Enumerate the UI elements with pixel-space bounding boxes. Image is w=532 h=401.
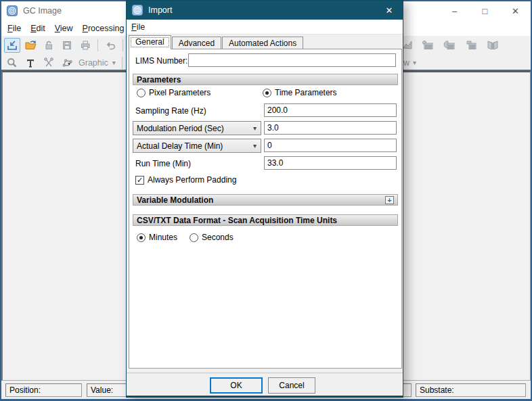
maximize-button[interactable]: □ [470, 1, 500, 20]
always-perform-padding-label: Always Perform Padding [148, 175, 236, 185]
status-position: Position: [5, 383, 82, 397]
modulation-period-label: Modulation Period (Sec) [137, 124, 224, 133]
cancel-button[interactable]: Cancel [268, 377, 315, 394]
table-open-icon[interactable] [441, 38, 458, 53]
lims-number-label: LIMS Number: [135, 56, 187, 66]
delete-blob-icon[interactable] [41, 55, 57, 70]
save-icon[interactable] [59, 38, 75, 53]
plus-icon: + [387, 197, 391, 204]
radio-selected-icon [137, 233, 146, 242]
sampling-rate-input[interactable] [264, 103, 397, 117]
import-dialog-icon [132, 5, 143, 16]
actual-delay-time-input[interactable] [264, 139, 397, 152]
import-dialog: Import ✕ File General Advanced Automated… [126, 0, 403, 398]
graphic-chevron-icon[interactable]: ▾ [112, 59, 116, 66]
status-substate: Substate: [416, 383, 526, 397]
dialog-close-button[interactable]: ✕ [376, 1, 403, 20]
dialog-title: Import [148, 5, 172, 15]
table-edit-icon[interactable] [463, 38, 479, 53]
menu-processing[interactable]: Processing [78, 22, 129, 35]
dialog-menu-file[interactable]: File [127, 20, 150, 34]
app-title: GC Image [23, 6, 62, 16]
dialog-titlebar: Import ✕ [127, 1, 403, 20]
radio-icon [137, 89, 146, 97]
modulation-period-input[interactable] [264, 121, 397, 135]
print-icon[interactable] [77, 38, 93, 53]
graphic-tool-icon[interactable] [59, 55, 75, 70]
text-tool-icon[interactable] [22, 55, 39, 70]
close-icon: ✕ [512, 6, 519, 16]
maximize-icon: □ [483, 6, 488, 16]
radio-selected-icon [263, 89, 271, 97]
general-tab-panel: LIMS Number: Parameters Pixel Parameters… [129, 49, 402, 369]
dialog-tabs: General Advanced Automated Actions [129, 35, 401, 49]
checkbox-checked-icon: ✓ [135, 176, 144, 185]
ok-button[interactable]: OK [210, 377, 263, 394]
sampling-rate-label: Sampling Rate (Hz) [135, 106, 206, 116]
window-controls: – □ ✕ [439, 1, 531, 20]
csv-txt-format-header: CSV/TXT Data Format - Scan Acquisition T… [133, 214, 398, 226]
variable-modulation-header: Variable Modulation + [133, 194, 398, 206]
zoom-tool-icon[interactable] [4, 55, 20, 70]
run-time-label: Run Time (Min) [135, 159, 191, 168]
minimize-button[interactable]: – [439, 1, 470, 20]
close-button[interactable]: ✕ [500, 1, 531, 20]
menu-file[interactable]: File [3, 22, 26, 35]
always-perform-padding-checkbox[interactable]: ✓ Always Perform Padding [135, 175, 236, 185]
modulation-period-combobox[interactable]: Modulation Period (Sec) ▾ [133, 121, 261, 135]
dialog-menubar: File [127, 20, 403, 34]
tab-advanced[interactable]: Advanced [172, 37, 221, 49]
close-icon: ✕ [386, 5, 393, 16]
seconds-radio[interactable]: Seconds [190, 233, 234, 242]
time-parameters-radio[interactable]: Time Parameters [263, 88, 337, 97]
tab-general[interactable]: General [129, 35, 171, 49]
check-icon: ✓ [137, 176, 143, 184]
parameters-header: Parameters [133, 74, 398, 85]
run-time-input[interactable] [264, 156, 397, 170]
tab-automated-actions[interactable]: Automated Actions [222, 37, 303, 49]
book-icon[interactable] [485, 38, 501, 53]
minimize-icon: – [452, 6, 457, 16]
graphic-tool-label[interactable]: Graphic [79, 58, 108, 68]
menu-view[interactable]: View [50, 22, 78, 35]
import-button[interactable] [4, 38, 20, 53]
pixel-parameters-label: Pixel Parameters [149, 88, 210, 97]
chevron-down-icon: ▾ [253, 142, 257, 149]
minutes-label: Minutes [149, 233, 177, 242]
button-separator [127, 373, 403, 373]
time-parameters-label: Time Parameters [275, 88, 337, 97]
review-chevron-icon[interactable]: ▾ [413, 59, 416, 66]
seconds-label: Seconds [202, 233, 234, 242]
actual-delay-time-combobox[interactable]: Actual Delay Time (Min) ▾ [133, 139, 261, 153]
lock-icon[interactable] [41, 38, 57, 53]
undo-icon[interactable] [102, 38, 118, 53]
variable-modulation-title: Variable Modulation [137, 195, 213, 205]
radio-icon [190, 233, 198, 242]
expand-button[interactable]: + [385, 196, 394, 204]
toolbar-separator [97, 39, 98, 51]
lims-number-input[interactable] [188, 53, 396, 67]
minutes-radio[interactable]: Minutes [137, 233, 177, 242]
pixel-parameters-radio[interactable]: Pixel Parameters [137, 88, 210, 97]
open-file-button[interactable] [22, 38, 39, 53]
actual-delay-time-label: Actual Delay Time (Min) [137, 141, 223, 151]
chevron-down-icon: ▾ [253, 124, 257, 132]
blob-table-icon[interactable] [420, 38, 436, 53]
menu-edit[interactable]: Edit [26, 22, 50, 35]
toolbar-separator [123, 39, 123, 51]
gc-image-app-icon [7, 5, 18, 16]
screen: GC Image – □ ✕ File Edit View Processing… [0, 0, 532, 401]
toolbar-separator [122, 57, 123, 69]
